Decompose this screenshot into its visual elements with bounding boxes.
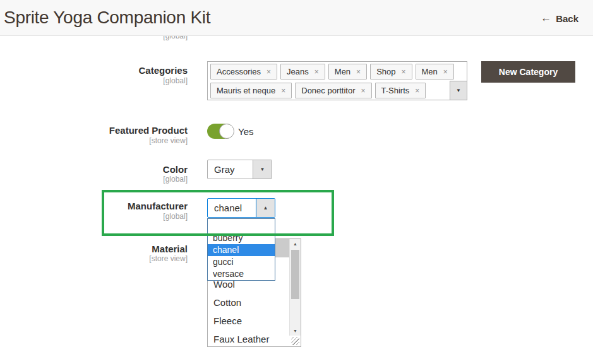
- category-chip[interactable]: Shop ×: [370, 64, 412, 79]
- category-chip[interactable]: Men ×: [416, 64, 454, 79]
- categories-chip-row-2: Mauris et neque × Donec porttitor × T-Sh…: [210, 83, 426, 98]
- page-title: Sprite Yoga Companion Kit: [4, 8, 210, 28]
- featured-product-value: Yes: [238, 126, 253, 137]
- new-category-button[interactable]: New Category: [481, 61, 575, 83]
- chip-remove-icon[interactable]: ×: [443, 68, 448, 76]
- color-scope: [global]: [0, 175, 188, 184]
- color-select[interactable]: Gray ▼: [207, 160, 272, 179]
- category-chip[interactable]: Jeans ×: [280, 64, 325, 79]
- resize-grip-icon[interactable]: [291, 337, 299, 345]
- category-chip[interactable]: Donec porttitor ×: [295, 83, 371, 98]
- chip-label: Donec porttitor: [301, 86, 355, 95]
- manufacturer-select[interactable]: chanel ▲: [207, 198, 275, 218]
- chevron-up-icon: ▲: [263, 205, 268, 211]
- dropdown-option-empty[interactable]: [208, 219, 275, 232]
- chip-label: Jeans: [287, 67, 309, 76]
- categories-label: Categories: [0, 65, 188, 76]
- material-scope: [store view]: [0, 254, 188, 263]
- scrollbar-down-button[interactable]: ▼: [290, 326, 301, 336]
- chip-remove-icon[interactable]: ×: [281, 86, 285, 95]
- dropdown-option[interactable]: buberry: [208, 232, 275, 244]
- chevron-down-icon: ▼: [260, 167, 265, 172]
- categories-chip-row-1: Accessories × Jeans × Men × Shop × Men ×: [210, 64, 454, 79]
- manufacturer-label: Manufacturer: [0, 201, 188, 211]
- category-chip[interactable]: Men ×: [328, 64, 367, 79]
- product-edit-page: [global] Sprite Yoga Companion Kit ← Bac…: [0, 0, 593, 364]
- material-scrollbar[interactable]: ▲ ▼: [289, 239, 301, 336]
- categories-scope: [global]: [0, 76, 188, 85]
- dropdown-option[interactable]: gucci: [208, 256, 275, 268]
- material-option[interactable]: Fleece: [208, 312, 289, 330]
- chip-label: Accessories: [217, 67, 261, 76]
- manufacturer-select-arrow[interactable]: ▲: [256, 199, 275, 217]
- scroll-down-icon: ▼: [293, 329, 297, 333]
- scrollbar-thumb[interactable]: [291, 250, 299, 299]
- scroll-up-icon: ▲: [293, 242, 297, 246]
- categories-field[interactable]: Accessories × Jeans × Men × Shop × Men ×: [207, 61, 467, 100]
- category-chip[interactable]: T-Shirts ×: [375, 83, 426, 98]
- chip-remove-icon[interactable]: ×: [361, 86, 366, 95]
- manufacturer-dropdown-list: buberry chanel gucci versace: [207, 218, 275, 281]
- color-label: Color: [0, 164, 188, 175]
- chip-label: Shop: [376, 67, 395, 76]
- material-label: Material: [0, 244, 188, 254]
- chip-remove-icon[interactable]: ×: [267, 68, 271, 76]
- chip-remove-icon[interactable]: ×: [415, 86, 419, 95]
- chip-label: T-Shirts: [381, 86, 410, 95]
- page-header: Sprite Yoga Companion Kit ← Back: [0, 0, 593, 36]
- chip-remove-icon[interactable]: ×: [314, 68, 319, 76]
- dropdown-option-selected[interactable]: chanel: [208, 244, 275, 256]
- chip-remove-icon[interactable]: ×: [402, 68, 406, 76]
- manufacturer-scope: [global]: [0, 212, 188, 221]
- dropdown-option[interactable]: versace: [208, 268, 275, 280]
- categories-expand-button[interactable]: ▼: [450, 81, 467, 100]
- category-chip[interactable]: Mauris et neque ×: [210, 83, 292, 98]
- new-category-button-label: New Category: [499, 67, 558, 77]
- featured-product-scope: [store view]: [0, 136, 188, 145]
- back-button[interactable]: ← Back: [541, 12, 578, 25]
- chip-label: Mauris et neque: [217, 86, 275, 95]
- featured-product-toggle[interactable]: [207, 124, 234, 139]
- chevron-down-icon: ▼: [456, 88, 461, 93]
- material-option[interactable]: Faux Leather: [208, 330, 289, 348]
- back-button-label: Back: [556, 13, 578, 24]
- scrollbar-up-button[interactable]: ▲: [290, 239, 301, 249]
- chip-label: Men: [422, 67, 438, 76]
- back-arrow-icon: ←: [541, 12, 551, 25]
- category-chip[interactable]: Accessories ×: [210, 64, 277, 79]
- color-select-arrow[interactable]: ▼: [253, 160, 272, 179]
- featured-product-label: Featured Product: [0, 125, 188, 136]
- chip-label: Men: [335, 67, 350, 76]
- chip-remove-icon[interactable]: ×: [356, 68, 361, 76]
- material-option[interactable]: Cotton: [208, 293, 289, 312]
- toggle-knob: [219, 124, 234, 139]
